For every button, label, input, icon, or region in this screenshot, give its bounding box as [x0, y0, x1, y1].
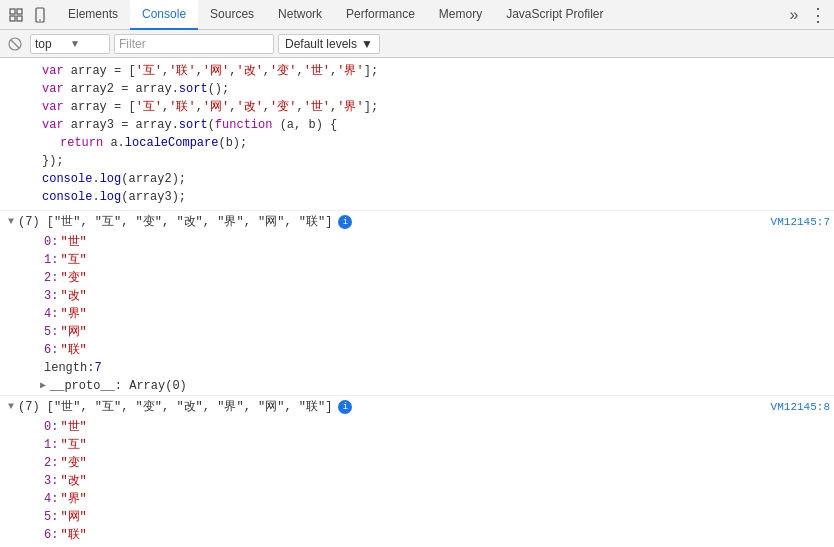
array1-item-3: 3: "改"	[0, 287, 834, 305]
array2-label: (7) ["世", "互", "变", "改", "界", "网", "联"]	[18, 398, 332, 416]
array1-item-1: 1: "互"	[0, 251, 834, 269]
array2-info-icon[interactable]: i	[338, 400, 352, 414]
array1-item-5: 5: "网"	[0, 323, 834, 341]
inspect-icon[interactable]	[4, 3, 28, 27]
code-line-6: });	[0, 152, 834, 170]
filter-input[interactable]: Filter	[114, 34, 274, 54]
code-line-3: var array = ['互','联','网','改','变','世','界'…	[0, 98, 834, 116]
svg-rect-1	[17, 9, 22, 14]
tab-js-profiler[interactable]: JavaScript Profiler	[494, 0, 615, 30]
array1-fileref[interactable]: VM12145:7	[771, 213, 830, 231]
array1-item-6: 6: "联"	[0, 341, 834, 359]
devtools-icons	[4, 3, 52, 27]
tab-overflow-area: » ⋮	[782, 3, 830, 27]
tab-bar: Elements Console Sources Network Perform…	[0, 0, 834, 30]
array1-length: length: 7	[0, 359, 834, 377]
console-output: var array = ['互','联','网','改','变','世','界'…	[0, 58, 834, 547]
array2-item-1: 1: "互"	[0, 436, 834, 454]
code-line-8: console.log(array3);	[0, 188, 834, 206]
array1-proto-toggle-icon[interactable]: ▶	[36, 379, 50, 393]
array1-info-icon[interactable]: i	[338, 215, 352, 229]
tab-elements[interactable]: Elements	[56, 0, 130, 30]
code-line-5: return a.localeCompare(b);	[0, 134, 834, 152]
mobile-icon[interactable]	[28, 3, 52, 27]
array2-item-6: 6: "联"	[0, 526, 834, 544]
clear-console-button[interactable]	[4, 33, 26, 55]
svg-line-7	[11, 40, 19, 48]
tab-network[interactable]: Network	[266, 0, 334, 30]
array2-result: ▼ (7) ["世", "互", "变", "改", "界", "网", "联"…	[0, 396, 834, 547]
array2-item-5: 5: "网"	[0, 508, 834, 526]
array1-toggle-icon[interactable]: ▼	[4, 215, 18, 229]
svg-rect-3	[17, 16, 22, 21]
tab-sources[interactable]: Sources	[198, 0, 266, 30]
svg-point-5	[39, 19, 41, 21]
levels-arrow-icon: ▼	[361, 37, 373, 51]
array1-proto[interactable]: ▶ __proto__: Array(0)	[0, 377, 834, 395]
array1-label: (7) ["世", "互", "变", "改", "界", "网", "联"]	[18, 213, 332, 231]
array2-toggle-icon[interactable]: ▼	[4, 400, 18, 414]
array1-result: ▼ (7) ["世", "互", "变", "改", "界", "网", "联"…	[0, 211, 834, 396]
tab-memory[interactable]: Memory	[427, 0, 494, 30]
array2-item-2: 2: "变"	[0, 454, 834, 472]
array2-item-0: 0: "世"	[0, 418, 834, 436]
code-line-1: var array = ['互','联','网','改','变','世','界'…	[0, 62, 834, 80]
code-line-7: console.log(array2);	[0, 170, 834, 188]
svg-rect-0	[10, 9, 15, 14]
log-levels-button[interactable]: Default levels ▼	[278, 34, 380, 54]
array1-header[interactable]: ▼ (7) ["世", "互", "变", "改", "界", "网", "联"…	[0, 211, 834, 233]
code-line-4: var array3 = array.sort(function (a, b) …	[0, 116, 834, 134]
array1-item-4: 4: "界"	[0, 305, 834, 323]
array1-item-0: 0: "世"	[0, 233, 834, 251]
array2-fileref[interactable]: VM12145:8	[771, 398, 830, 416]
tab-performance[interactable]: Performance	[334, 0, 427, 30]
code-input-block: var array = ['互','联','网','改','变','世','界'…	[0, 58, 834, 211]
devtools-menu-button[interactable]: ⋮	[806, 3, 830, 27]
more-tabs-button[interactable]: »	[782, 3, 806, 27]
array1-item-2: 2: "变"	[0, 269, 834, 287]
array2-item-3: 3: "改"	[0, 472, 834, 490]
context-arrow-icon: ▼	[70, 38, 105, 49]
context-selector[interactable]: top ▼	[30, 34, 110, 54]
console-toolbar: top ▼ Filter Default levels ▼	[0, 30, 834, 58]
svg-rect-2	[10, 16, 15, 21]
array2-item-4: 4: "界"	[0, 490, 834, 508]
tab-console[interactable]: Console	[130, 0, 198, 30]
array2-header[interactable]: ▼ (7) ["世", "互", "变", "改", "界", "网", "联"…	[0, 396, 834, 418]
code-line-2: var array2 = array.sort();	[0, 80, 834, 98]
